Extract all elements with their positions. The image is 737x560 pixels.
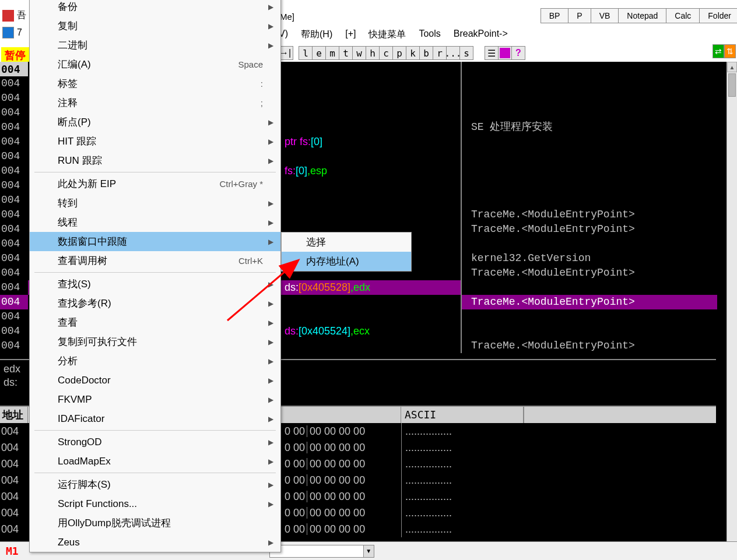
vertical-scrollbar[interactable]: ▲	[727, 62, 737, 543]
addr-line-selected[interactable]: 004	[0, 295, 28, 309]
reg-edx: edx	[3, 363, 20, 375]
chevron-down-icon[interactable]: ▼	[363, 545, 374, 557]
menu-breakpoint[interactable]: BreakPoint->	[454, 29, 508, 41]
tool-more[interactable]: ...	[446, 46, 460, 60]
chevron-right-icon: ▶	[268, 457, 273, 466]
addr-line[interactable]: 004	[0, 207, 28, 222]
menu-item-16[interactable]: 查找(S)▶	[30, 274, 280, 294]
chevron-right-icon: ▶	[268, 22, 273, 30]
toolbar: →| l e m t w h c p k b r ... s ☰ ?	[277, 44, 525, 62]
tool-c[interactable]: c	[379, 46, 393, 60]
nav-back-icon[interactable]: ⇄	[713, 44, 724, 58]
tool-w[interactable]: w	[352, 46, 366, 60]
addr-line[interactable]: 004	[0, 120, 28, 135]
addr-line[interactable]: 004	[0, 222, 28, 237]
addr-line[interactable]: 004	[0, 237, 28, 251]
chevron-right-icon: ▶	[268, 319, 273, 327]
menu-item-12[interactable]: 线程▶	[30, 213, 280, 232]
menu-item-22[interactable]: FKVMP▶	[30, 390, 280, 409]
menu-item-11[interactable]: 转到▶	[30, 193, 280, 213]
reg-ds: ds:	[3, 376, 17, 388]
nav-fwd-icon[interactable]: ⇅	[724, 44, 736, 58]
menu-item-13[interactable]: 数据窗口中跟随▶	[30, 232, 280, 251]
tab-vb[interactable]: VB	[591, 8, 619, 23]
menu-item-20[interactable]: 分析▶	[30, 351, 280, 371]
addr-line[interactable]: 004	[0, 149, 28, 164]
addr-line[interactable]: 004	[0, 91, 28, 105]
tool-magenta-icon[interactable]	[498, 46, 512, 60]
app-icon-2-char: 7	[17, 27, 22, 38]
menu-item-19[interactable]: 复制到可执行文件▶	[30, 332, 280, 351]
menu-item-18[interactable]: 查看▶	[30, 313, 280, 332]
tool-p[interactable]: p	[392, 46, 406, 60]
tool-h[interactable]: h	[366, 46, 380, 60]
addr-line[interactable]: 004	[0, 309, 28, 324]
status-combo[interactable]: ▼	[269, 545, 374, 558]
addr-line[interactable]: 004	[0, 280, 28, 295]
chevron-right-icon: ▶	[268, 118, 273, 126]
tool-s[interactable]: s	[459, 46, 473, 60]
addr-line[interactable]: 004	[0, 251, 28, 266]
menu-item-30[interactable]: 用OllyDump脱壳调试进程	[30, 513, 280, 533]
tab-p[interactable]: P	[568, 8, 591, 23]
menu-plus[interactable]: [+]	[345, 29, 356, 41]
menu-item-3[interactable]: 汇编(A)Space	[30, 55, 280, 74]
menu-item-21[interactable]: CodeDoctor▶	[30, 371, 280, 390]
menu-item-5[interactable]: 注释;	[30, 93, 280, 112]
menu-item-0[interactable]: 备份▶	[30, 0, 280, 16]
comment-trace-hl: TraceMe.<ModuleEntryPoint>	[462, 295, 717, 309]
tool-l[interactable]: l	[299, 46, 313, 60]
menu-item-2[interactable]: 二进制▶	[30, 36, 280, 55]
addr-line[interactable]: 004	[0, 324, 28, 339]
chevron-right-icon: ▶	[268, 157, 273, 165]
submenu-item-1[interactable]: 内存地址(A)	[282, 252, 411, 271]
tab-notepad[interactable]: Notepad	[618, 8, 666, 23]
scroll-thumb[interactable]	[728, 73, 736, 97]
submenu-item-0[interactable]: 选择	[282, 233, 411, 252]
menu-item-1[interactable]: 复制▶	[30, 16, 280, 36]
tool-help-icon[interactable]: ?	[511, 46, 525, 60]
menu-item-17[interactable]: 查找参考(R)▶	[30, 294, 280, 313]
addr-line[interactable]: 004	[0, 164, 28, 178]
menu-item-8[interactable]: RUN 跟踪▶	[30, 151, 280, 170]
addr-line[interactable]: 004	[0, 178, 28, 193]
tab-calc[interactable]: Calc	[666, 8, 700, 23]
menu-item-26[interactable]: LoadMapEx▶	[30, 452, 280, 471]
tool-k[interactable]: k	[406, 46, 420, 60]
tab-folder[interactable]: Folder	[699, 8, 737, 23]
menu-item-6[interactable]: 断点(P)▶	[30, 112, 280, 132]
menu-quick[interactable]: 快捷菜单	[368, 29, 406, 41]
addr-line[interactable]: 004	[0, 135, 28, 149]
addr-line[interactable]: 004	[0, 105, 28, 120]
menu-help[interactable]: 帮助(H)	[301, 29, 332, 41]
menu-item-29[interactable]: Script Functions...▶	[30, 494, 280, 513]
menu-item-7[interactable]: HIT 跟踪▶	[30, 132, 280, 151]
chevron-right-icon: ▶	[268, 219, 273, 227]
menu-item-23[interactable]: IDAFicator▶	[30, 409, 280, 428]
menu-item-31[interactable]: Zeus▶	[30, 533, 280, 552]
tool-m[interactable]: m	[325, 46, 339, 60]
menu-item-14[interactable]: 查看调用树Ctrl+K	[30, 251, 280, 270]
addr-line[interactable]: 004	[0, 339, 28, 353]
app-icon-1	[2, 10, 14, 22]
addr-line[interactable]: 004	[0, 193, 28, 207]
menubar: V) 帮助(H) [+] 快捷菜单 Tools BreakPoint->	[279, 29, 508, 41]
dump-header-addr[interactable]: 地址	[0, 407, 28, 423]
tool-t[interactable]: t	[339, 46, 353, 60]
menu-tools[interactable]: Tools	[419, 29, 440, 41]
dump-header-ascii[interactable]: ASCII	[401, 407, 524, 423]
addr-line[interactable]: 004	[0, 266, 28, 280]
comment-trace: TraceMe.<ModuleEntryPoint>	[462, 266, 717, 280]
addr-line[interactable]: 004	[0, 76, 28, 91]
menu-item-25[interactable]: StrongOD▶	[30, 432, 280, 452]
menu-item-28[interactable]: 运行脚本(S)▶	[30, 475, 280, 494]
chevron-right-icon: ▶	[268, 438, 273, 446]
tool-e[interactable]: e	[312, 46, 326, 60]
scroll-up-icon[interactable]: ▲	[727, 62, 737, 72]
tool-list-icon[interactable]: ☰	[485, 46, 499, 60]
tab-bp[interactable]: BP	[541, 8, 569, 23]
tool-b[interactable]: b	[419, 46, 433, 60]
menu-item-4[interactable]: 标签:	[30, 74, 280, 93]
menu-item-10[interactable]: 此处为新 EIPCtrl+Gray *	[30, 174, 280, 193]
status-paused: 暂停	[1, 47, 29, 64]
